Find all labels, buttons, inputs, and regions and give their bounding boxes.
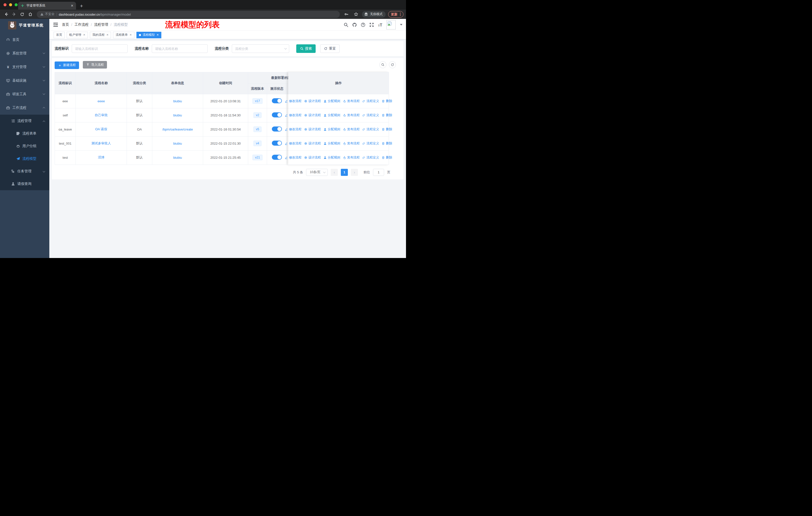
toggle-search-button[interactable] [379, 61, 386, 68]
search-icon[interactable] [344, 22, 348, 27]
action-修改流程[interactable]: 修改流程 [285, 113, 301, 117]
action-删除[interactable]: 删除 [382, 156, 392, 160]
form-info-link[interactable]: biubiu [173, 142, 182, 145]
active-toggle[interactable] [272, 112, 282, 117]
process-name-link[interactable]: eeee [98, 99, 105, 103]
close-window-button[interactable] [3, 3, 6, 6]
action-删除[interactable]: 删除 [382, 99, 392, 103]
action-流程定义[interactable]: 流程定义 [362, 141, 379, 146]
version-tag[interactable]: v4 [254, 141, 262, 146]
action-设计流程[interactable]: 设计流程 [304, 141, 321, 146]
browser-menu-icon[interactable] [400, 12, 401, 16]
process-name-link[interactable]: 滔博 [98, 156, 105, 159]
tab-close-icon[interactable]: ✕ [71, 4, 74, 7]
action-流程定义[interactable]: 流程定义 [362, 127, 379, 132]
security-warning[interactable]: 不安全 [40, 12, 55, 17]
breadcrumb-item[interactable]: 首页 [62, 22, 69, 27]
tab-close-icon[interactable]: ✕ [129, 33, 132, 36]
action-修改流程[interactable]: 修改流程 [285, 127, 301, 132]
action-修改流程[interactable]: 修改流程 [285, 156, 301, 160]
form-info-link[interactable]: biubiu [173, 99, 182, 103]
action-删除[interactable]: 删除 [382, 127, 392, 132]
process-name-link[interactable]: OA 请假 [95, 127, 107, 131]
bookmark-star-icon[interactable] [352, 11, 359, 18]
action-分配规则[interactable]: 分配规则 [323, 99, 340, 103]
action-设计流程[interactable]: 设计流程 [304, 113, 321, 117]
sidebar-item-5[interactable]: 工作流程 [0, 101, 49, 115]
tab-我的流程[interactable]: 我的流程 ✕ [90, 32, 111, 38]
action-发布流程[interactable]: 发布流程 [343, 127, 360, 132]
new-tab-button[interactable]: ＋ [79, 2, 84, 9]
tab-流程表单[interactable]: 流程表单 ✕ [113, 32, 134, 38]
process-category-select[interactable] [232, 44, 289, 53]
action-发布流程[interactable]: 发布流程 [343, 141, 360, 146]
breadcrumb-item[interactable]: 流程管理 [94, 22, 108, 27]
action-分配规则[interactable]: 分配规则 [323, 141, 340, 146]
sidebar-item-8[interactable]: 用户分组 [0, 140, 49, 153]
action-流程定义[interactable]: 流程定义 [362, 99, 379, 103]
key-icon[interactable] [343, 11, 350, 18]
home-icon[interactable] [27, 11, 34, 18]
tab-首页[interactable]: 首页 [54, 32, 65, 38]
github-icon[interactable] [352, 22, 357, 27]
form-info-link[interactable]: biubiu [173, 113, 182, 117]
sidebar-item-7[interactable]: 流程表单 [0, 127, 49, 140]
action-设计流程[interactable]: 设计流程 [304, 127, 321, 132]
version-tag[interactable]: v5 [254, 127, 262, 132]
version-tag[interactable]: v2 [254, 112, 262, 118]
prev-page-button[interactable]: ‹ [331, 169, 338, 176]
action-删除[interactable]: 删除 [382, 141, 392, 146]
active-toggle[interactable] [272, 127, 282, 132]
font-size-icon[interactable]: TT [378, 22, 383, 27]
fullscreen-icon[interactable] [369, 22, 374, 27]
sidebar-item-0[interactable]: 首页 [0, 33, 49, 47]
maximize-window-button[interactable] [14, 3, 18, 6]
reset-button[interactable]: 重置 [320, 44, 340, 53]
sidebar-item-3[interactable]: 基础设施 [0, 74, 49, 87]
action-修改流程[interactable]: 修改流程 [285, 99, 301, 103]
action-流程定义[interactable]: 流程定义 [362, 113, 379, 117]
action-分配规则[interactable]: 分配规则 [323, 127, 340, 132]
browser-update-button[interactable]: 更新 [388, 11, 404, 18]
import-process-button[interactable]: 导入流程 [83, 61, 107, 69]
sidebar-item-11[interactable]: 请假查询 [0, 178, 49, 190]
action-发布流程[interactable]: 发布流程 [343, 156, 360, 160]
sidebar-item-9[interactable]: 流程模型 [0, 153, 49, 165]
action-分配规则[interactable]: 分配规则 [323, 113, 340, 117]
forward-icon[interactable] [10, 11, 18, 18]
active-toggle[interactable] [272, 141, 282, 146]
active-toggle[interactable] [272, 98, 282, 103]
caret-down-icon[interactable] [400, 24, 403, 25]
reload-icon[interactable] [19, 11, 26, 18]
url-bar[interactable]: 不安全 dashboard.yudao.iocoder.cn/bpm/manag… [37, 11, 340, 18]
tab-close-icon[interactable]: ✕ [156, 33, 159, 36]
process-key-input[interactable] [75, 47, 124, 51]
browser-tab[interactable]: 芋道管理系统 ✕ [18, 2, 76, 9]
page-size-select[interactable]: 10条/页 [306, 169, 328, 176]
process-name-input[interactable] [155, 47, 204, 51]
sidebar-item-2[interactable]: ¥ 支付管理 [0, 60, 49, 74]
goto-page-input[interactable] [373, 169, 384, 176]
window-controls[interactable] [3, 3, 18, 6]
next-page-button[interactable]: › [351, 169, 358, 176]
process-name-link[interactable]: 测试多审批人 [91, 141, 111, 145]
sidebar-item-4[interactable]: 研发工具 [0, 87, 49, 101]
process-name-link[interactable]: 自己审批 [95, 113, 108, 117]
sidebar-item-1[interactable]: 系统管理 [0, 47, 49, 60]
form-info-link[interactable]: biubiu [173, 156, 182, 160]
current-page-button[interactable]: 1 [341, 169, 348, 176]
action-修改流程[interactable]: 修改流程 [285, 141, 301, 146]
active-toggle[interactable] [272, 155, 282, 160]
breadcrumb-item[interactable]: 工作流程 [75, 22, 89, 27]
avatar[interactable] [386, 20, 396, 29]
action-流程定义[interactable]: 流程定义 [362, 156, 379, 160]
app-logo-row[interactable]: 芋道管理系统 [0, 19, 49, 31]
action-发布流程[interactable]: 发布流程 [343, 99, 360, 103]
tab-流程模型[interactable]: 流程模型 ✕ [137, 32, 161, 38]
action-设计流程[interactable]: 设计流程 [304, 156, 321, 160]
minimize-window-button[interactable] [9, 3, 12, 6]
tab-close-icon[interactable]: ✕ [106, 33, 109, 36]
form-info-link[interactable]: /bpm/oa/leave/create [162, 128, 193, 131]
process-category-select-input[interactable] [235, 47, 286, 51]
sidebar-item-10[interactable]: 任务管理 [0, 165, 49, 178]
